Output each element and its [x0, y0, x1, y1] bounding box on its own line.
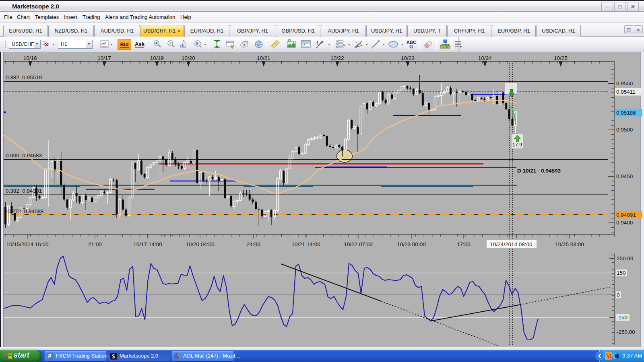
svg-text:0.382 0.94301: 0.382 0.94301 [6, 188, 42, 194]
svg-text:0.9550: 0.9550 [616, 80, 633, 86]
svg-text:10/16: 10/16 [23, 55, 37, 61]
svg-text:0.382 0.95519: 0.382 0.95519 [6, 74, 42, 80]
svg-text:17.9: 17.9 [512, 142, 522, 148]
svg-text:10/24/2014 08:00: 10/24/2014 08:00 [490, 241, 532, 247]
svg-text:10/20 04:00: 10/20 04:00 [186, 241, 214, 247]
svg-text:21:00: 21:00 [88, 241, 102, 247]
svg-text:0.95411: 0.95411 [616, 89, 636, 95]
svg-text:10/22: 10/22 [330, 55, 344, 61]
svg-text:0.9400: 0.9400 [616, 220, 633, 226]
svg-text:10/25: 10/25 [554, 55, 568, 61]
svg-text:10/24: 10/24 [478, 55, 492, 61]
svg-text:0: 0 [617, 292, 620, 298]
svg-text:10/25 03:00: 10/25 03:00 [555, 241, 584, 247]
svg-text:21:00: 21:00 [247, 241, 260, 247]
svg-text:10/17: 10/17 [97, 55, 111, 61]
svg-text:-0.272 0.94088: -0.272 0.94088 [6, 208, 44, 214]
svg-text:150: 150 [617, 270, 626, 276]
svg-text:10/23: 10/23 [401, 55, 415, 61]
svg-text:10/21: 10/21 [257, 55, 270, 61]
svg-text:10/20: 10/20 [182, 55, 195, 61]
svg-text:10/17 14:00: 10/17 14:00 [133, 241, 162, 247]
svg-text:$: $ [112, 353, 115, 360]
svg-text:10/19: 10/19 [150, 55, 164, 61]
svg-text:-150: -150 [617, 315, 627, 321]
svg-text:10/23 00:00: 10/23 00:00 [397, 241, 425, 247]
svg-text:D 10/21 - 0.94593: D 10/21 - 0.94593 [517, 168, 561, 174]
svg-text:!: ! [609, 356, 611, 360]
svg-text:0.9500: 0.9500 [616, 127, 633, 133]
svg-text:0.9450: 0.9450 [616, 173, 633, 179]
svg-text:0.94091: 0.94091 [616, 212, 636, 218]
svg-text:17:00: 17:00 [457, 241, 471, 247]
svg-text:-250.00: -250.00 [617, 329, 635, 335]
svg-text:10/22 07:00: 10/22 07:00 [344, 241, 372, 247]
svg-text:0.95186: 0.95186 [616, 110, 636, 116]
svg-text:0.000 0.94683: 0.000 0.94683 [6, 152, 42, 158]
svg-text:10/21 14:00: 10/21 14:00 [291, 241, 320, 247]
svg-text:250.00: 250.00 [617, 255, 633, 261]
svg-text:10/15/2014 16:00: 10/15/2014 16:00 [6, 241, 48, 247]
